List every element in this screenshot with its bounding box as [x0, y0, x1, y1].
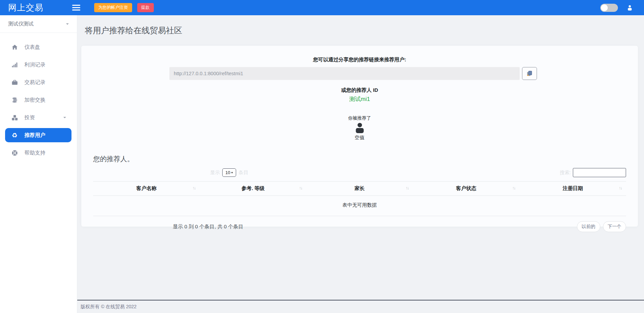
previous-page-button[interactable]: 以前的 [577, 221, 600, 232]
sidebar-item-help-support[interactable]: 帮助支持 [0, 144, 77, 162]
referred-by-value: 空值 [93, 134, 626, 141]
home-icon [11, 44, 18, 50]
page-footer: 版权所有 © 在线贸易 2022 [77, 300, 644, 313]
share-link-label: 您可以通过分享您的推荐链接来推荐用户: [93, 46, 626, 63]
user-profile-icon[interactable] [627, 5, 633, 11]
fund-account-button[interactable]: 为您的帐户注资 [94, 3, 132, 12]
sidebar-item-label: 帮助支持 [24, 149, 45, 156]
search-input[interactable] [573, 168, 626, 177]
sidebar-item-label: 推荐用户 [24, 132, 45, 139]
column-header-client-status[interactable]: 客户状态↑↓ [413, 182, 520, 196]
sort-icon[interactable]: ↑↓ [299, 186, 302, 190]
menu-toggle-icon[interactable] [72, 5, 80, 11]
coins-icon [11, 97, 18, 103]
page-length-value: 10 [225, 170, 230, 175]
bar-chart-icon [11, 62, 18, 68]
sidebar-item-refer-users[interactable]: ♻ 推荐用户 [5, 128, 71, 142]
page-length-control: 显示 10 条目 [210, 168, 248, 177]
cubes-icon [11, 114, 18, 121]
search-label: 搜索: [560, 169, 571, 176]
referred-by-label: 你被推荐了 [93, 115, 626, 121]
referrers-heading: 您的推荐人。 [93, 154, 626, 164]
copy-link-button[interactable] [522, 67, 537, 80]
sidebar-item-trade-records[interactable]: 交易记录 [0, 74, 77, 91]
sidebar-item-label: 仪表盘 [24, 44, 40, 51]
empty-table-message: 表中无可用数据 [93, 196, 626, 216]
copyright-text: 版权所有 © 在线贸易 2022 [81, 304, 137, 310]
person-icon [93, 122, 626, 134]
referral-link-row [169, 67, 537, 80]
referrers-table: 客户名称↑↓ 参考. 等级↑↓ 家长↑↓ 客户状态↑↓ 注册日期↑↓ 表中无可用… [93, 181, 626, 216]
page-length-select[interactable]: 10 [222, 168, 236, 177]
sidebar-item-profit-records[interactable]: 利润记录 [0, 56, 77, 74]
table-controls: 显示 10 条目 搜索: [93, 168, 626, 177]
column-header-parent[interactable]: 家长↑↓ [306, 182, 413, 196]
briefcase-icon [11, 79, 18, 86]
page-title: 将用户推荐给在线贸易社区 [85, 25, 644, 36]
empty-table-row: 表中无可用数据 [93, 196, 626, 216]
table-info-text: 显示 0 到 0 个条目, 共 0 个条目 [173, 224, 243, 230]
sidebar-item-investment[interactable]: 投资 [0, 109, 77, 126]
sidebar-item-label: 投资 [24, 114, 35, 121]
sidebar-item-dashboard[interactable]: 仪表盘 [0, 38, 77, 56]
pagination: 以前的 下一个 [577, 221, 626, 232]
chevron-down-icon [63, 117, 66, 120]
next-page-button[interactable]: 下一个 [603, 221, 626, 232]
account-name: 测试仪测试 [8, 21, 34, 27]
sidebar-item-label: 交易记录 [24, 79, 45, 86]
referral-link-input[interactable] [169, 67, 520, 80]
app-title: 网上交易 [0, 2, 51, 13]
toggle-knob [601, 4, 608, 11]
referral-card: 您可以通过分享您的推荐链接来推荐用户: 或您的推荐人 ID 测试mi1 你被推荐… [81, 46, 638, 227]
table-header-row: 客户名称↑↓ 参考. 等级↑↓ 家长↑↓ 客户状态↑↓ 注册日期↑↓ [93, 182, 626, 196]
sidebar-nav: 仪表盘 利润记录 交易记录 加密交换 [0, 33, 77, 162]
column-header-client-name[interactable]: 客户名称↑↓ [93, 182, 200, 196]
top-navbar: 网上交易 为您的帐户注资 提款 [0, 0, 644, 15]
account-switcher[interactable]: 测试仪测试 [0, 15, 77, 33]
withdraw-button[interactable]: 提款 [137, 3, 154, 12]
life-ring-icon [11, 150, 18, 156]
copy-icon [526, 70, 533, 77]
spinner-arrows-icon [231, 171, 233, 174]
sidebar-item-crypto-exchange[interactable]: 加密交换 [0, 91, 77, 109]
sort-icon[interactable]: ↑↓ [192, 186, 195, 190]
entries-label: 条目 [238, 169, 248, 176]
referrer-id-value: 测试mi1 [93, 95, 626, 103]
chevron-down-icon [66, 23, 69, 26]
referrer-id-label: 或您的推荐人 ID [93, 87, 626, 93]
table-search-control: 搜索: [560, 168, 626, 177]
theme-toggle[interactable] [600, 4, 618, 12]
show-label: 显示 [210, 169, 220, 176]
sort-icon[interactable]: ↑↓ [619, 186, 622, 190]
referred-by-block: 你被推荐了 空值 [93, 115, 626, 141]
sidebar-item-label: 加密交换 [24, 97, 45, 104]
sort-icon[interactable]: ↑↓ [512, 186, 515, 190]
sidebar: 测试仪测试 仪表盘 利润记录 交易记录 [0, 15, 77, 313]
column-header-ref-level[interactable]: 参考. 等级↑↓ [200, 182, 307, 196]
recycle-icon: ♻ [11, 132, 18, 139]
sort-icon[interactable]: ↑↓ [406, 186, 409, 190]
table-footer: 显示 0 到 0 个条目, 共 0 个条目 以前的 下一个 [93, 221, 626, 232]
column-header-register-date[interactable]: 注册日期↑↓ [519, 182, 626, 196]
main-content: 将用户推荐给在线贸易社区 您可以通过分享您的推荐链接来推荐用户: 或您的推荐人 … [77, 15, 644, 313]
sidebar-item-label: 利润记录 [24, 61, 45, 68]
